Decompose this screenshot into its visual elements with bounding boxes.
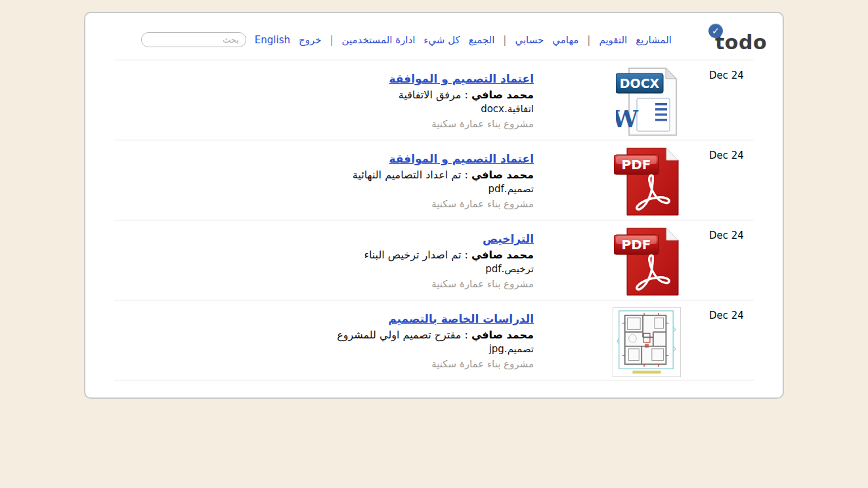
item-date: Dec 24 xyxy=(709,227,754,300)
search-input[interactable] xyxy=(141,32,246,47)
item-message: تم اصدار ترخيص البناء xyxy=(364,249,461,261)
item-message: مقترح تصميم اولي للمشروع xyxy=(337,329,461,341)
feed-item: Dec 24 PDF التراخيص محمد صافي : تم اصدار… xyxy=(85,220,783,300)
logo-text: todo xyxy=(715,31,767,54)
nav-separator: | xyxy=(503,34,506,46)
item-text: اعتماد التصميم و الموافقة محمد صافي : مر… xyxy=(105,67,534,140)
item-text: اعتماد التصميم و الموافقة محمد صافي : تم… xyxy=(105,147,534,220)
pdf-file-icon[interactable]: PDF xyxy=(611,227,682,300)
svg-text:PDF: PDF xyxy=(621,237,651,253)
feed-item: Dec 24 الدراسات الخاصة بالتصميم م xyxy=(85,300,783,380)
item-meta: محمد صافي : مقترح تصميم اولي للمشروع xyxy=(105,329,534,341)
todo-check-icon: ✓ xyxy=(708,24,723,38)
meta-colon: : xyxy=(461,169,471,181)
nav-item-projects[interactable]: المشاريع xyxy=(636,34,672,46)
item-title-link[interactable]: التراخيص xyxy=(483,232,534,245)
nav-item-my-tasks[interactable]: مهامي xyxy=(552,34,578,46)
item-text: الدراسات الخاصة بالتصميم محمد صافي : مقت… xyxy=(105,307,534,380)
item-meta: محمد صافي : تم اعداد التصاميم النهائية xyxy=(105,169,534,181)
item-text: التراخيص محمد صافي : تم اصدار ترخيص البن… xyxy=(105,227,534,300)
nav-item-my-account[interactable]: حسابي xyxy=(515,34,544,46)
item-project: مشروع بناء عمارة سكنية xyxy=(105,358,534,370)
item-date: Dec 24 xyxy=(709,67,754,140)
todo-logo[interactable]: ✓ todo xyxy=(708,28,767,52)
item-date: Dec 24 xyxy=(709,147,754,220)
header: ✓ todo المشاريع التقويم | مهامي حسابي | … xyxy=(85,13,783,60)
item-title-link[interactable]: الدراسات الخاصة بالتصميم xyxy=(388,312,534,325)
top-nav: المشاريع التقويم | مهامي حسابي | الجميع … xyxy=(141,32,672,47)
item-filename: تصميم.jpg xyxy=(105,343,534,355)
nav-separator: | xyxy=(587,34,590,46)
feed-item: Dec 24 PDF اعتماد التصميم و الموافقة محم… xyxy=(85,140,783,220)
svg-text:PDF: PDF xyxy=(621,157,651,173)
nav-item-user-admin[interactable]: ادارة المستخدمين xyxy=(342,34,416,46)
item-date: Dec 24 xyxy=(709,307,754,380)
meta-colon: : xyxy=(461,329,471,341)
item-author: محمد صافي xyxy=(471,329,534,341)
item-message: مرفق الاتفاقية xyxy=(399,89,462,101)
feed-item: Dec 24 DOCX W اعتماد التصميم و الموافقة … xyxy=(85,60,783,140)
item-meta: محمد صافي : تم اصدار ترخيص البناء xyxy=(105,249,534,261)
floorplan-thumbnail[interactable] xyxy=(611,307,682,380)
item-message: تم اعداد التصاميم النهائية xyxy=(353,169,462,181)
nav-item-everything[interactable]: كل شيء xyxy=(423,34,460,46)
item-author: محمد صافي xyxy=(471,89,534,101)
nav-item-english[interactable]: English xyxy=(255,34,290,46)
main-panel: ✓ todo المشاريع التقويم | مهامي حسابي | … xyxy=(84,12,784,399)
item-meta: محمد صافي : مرفق الاتفاقية xyxy=(105,89,534,101)
nav-item-calendar[interactable]: التقويم xyxy=(599,34,627,46)
item-project: مشروع بناء عمارة سكنية xyxy=(105,278,534,290)
meta-colon: : xyxy=(461,249,471,261)
item-project: مشروع بناء عمارة سكنية xyxy=(105,198,534,210)
docx-file-icon[interactable]: DOCX W xyxy=(611,67,682,140)
pdf-file-icon[interactable]: PDF xyxy=(611,147,682,220)
svg-text:DOCX: DOCX xyxy=(619,76,659,91)
item-title-link[interactable]: اعتماد التصميم و الموافقة xyxy=(389,72,534,85)
item-filename: ترخيص.pdf xyxy=(105,263,534,275)
divider xyxy=(114,380,754,380)
item-author: محمد صافي xyxy=(471,169,534,181)
item-project: مشروع بناء عمارة سكنية xyxy=(105,118,534,130)
svg-text:W: W xyxy=(616,105,639,132)
meta-colon: : xyxy=(461,89,471,101)
nav-separator: | xyxy=(330,34,334,46)
item-author: محمد صافي xyxy=(471,249,534,261)
item-filename: اتفاقية.docx xyxy=(105,103,534,115)
item-filename: تصميم.pdf xyxy=(105,183,534,195)
nav-item-logout[interactable]: خروج xyxy=(299,34,321,46)
nav-item-everyone[interactable]: الجميع xyxy=(469,34,495,46)
item-title-link[interactable]: اعتماد التصميم و الموافقة xyxy=(389,152,534,165)
